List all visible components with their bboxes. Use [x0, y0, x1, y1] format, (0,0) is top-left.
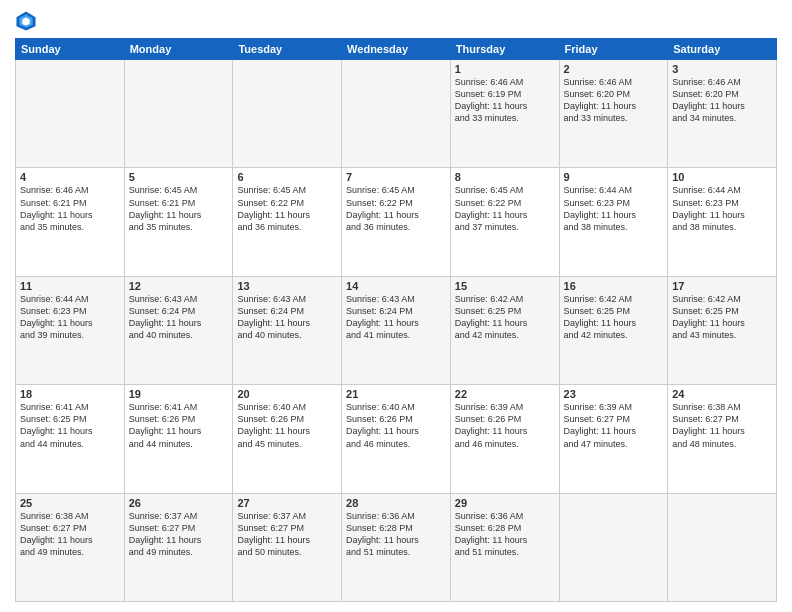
- calendar-cell: 4Sunrise: 6:46 AM Sunset: 6:21 PM Daylig…: [16, 168, 125, 276]
- calendar-cell: 8Sunrise: 6:45 AM Sunset: 6:22 PM Daylig…: [450, 168, 559, 276]
- day-number: 19: [129, 388, 229, 400]
- day-info: Sunrise: 6:37 AM Sunset: 6:27 PM Dayligh…: [237, 510, 337, 559]
- calendar-cell: 15Sunrise: 6:42 AM Sunset: 6:25 PM Dayli…: [450, 276, 559, 384]
- calendar-cell: 25Sunrise: 6:38 AM Sunset: 6:27 PM Dayli…: [16, 493, 125, 601]
- day-info: Sunrise: 6:39 AM Sunset: 6:27 PM Dayligh…: [564, 401, 664, 450]
- calendar-cell: [233, 60, 342, 168]
- day-info: Sunrise: 6:42 AM Sunset: 6:25 PM Dayligh…: [672, 293, 772, 342]
- day-number: 13: [237, 280, 337, 292]
- calendar-table: SundayMondayTuesdayWednesdayThursdayFrid…: [15, 38, 777, 602]
- day-number: 23: [564, 388, 664, 400]
- calendar-cell: [16, 60, 125, 168]
- day-info: Sunrise: 6:40 AM Sunset: 6:26 PM Dayligh…: [346, 401, 446, 450]
- calendar-cell: 20Sunrise: 6:40 AM Sunset: 6:26 PM Dayli…: [233, 385, 342, 493]
- calendar-header-row: SundayMondayTuesdayWednesdayThursdayFrid…: [16, 39, 777, 60]
- day-number: 5: [129, 171, 229, 183]
- day-info: Sunrise: 6:37 AM Sunset: 6:27 PM Dayligh…: [129, 510, 229, 559]
- day-info: Sunrise: 6:45 AM Sunset: 6:22 PM Dayligh…: [237, 184, 337, 233]
- day-info: Sunrise: 6:45 AM Sunset: 6:22 PM Dayligh…: [346, 184, 446, 233]
- calendar-cell: 16Sunrise: 6:42 AM Sunset: 6:25 PM Dayli…: [559, 276, 668, 384]
- calendar-cell: 18Sunrise: 6:41 AM Sunset: 6:25 PM Dayli…: [16, 385, 125, 493]
- day-number: 16: [564, 280, 664, 292]
- calendar-cell: 9Sunrise: 6:44 AM Sunset: 6:23 PM Daylig…: [559, 168, 668, 276]
- calendar-cell: [124, 60, 233, 168]
- calendar-cell: 7Sunrise: 6:45 AM Sunset: 6:22 PM Daylig…: [342, 168, 451, 276]
- calendar-cell: 6Sunrise: 6:45 AM Sunset: 6:22 PM Daylig…: [233, 168, 342, 276]
- calendar-cell: 11Sunrise: 6:44 AM Sunset: 6:23 PM Dayli…: [16, 276, 125, 384]
- calendar-cell: 10Sunrise: 6:44 AM Sunset: 6:23 PM Dayli…: [668, 168, 777, 276]
- calendar-cell: 14Sunrise: 6:43 AM Sunset: 6:24 PM Dayli…: [342, 276, 451, 384]
- day-info: Sunrise: 6:38 AM Sunset: 6:27 PM Dayligh…: [20, 510, 120, 559]
- day-number: 2: [564, 63, 664, 75]
- day-number: 10: [672, 171, 772, 183]
- calendar-cell: 26Sunrise: 6:37 AM Sunset: 6:27 PM Dayli…: [124, 493, 233, 601]
- calendar-cell: 21Sunrise: 6:40 AM Sunset: 6:26 PM Dayli…: [342, 385, 451, 493]
- day-info: Sunrise: 6:44 AM Sunset: 6:23 PM Dayligh…: [672, 184, 772, 233]
- calendar-week-5: 25Sunrise: 6:38 AM Sunset: 6:27 PM Dayli…: [16, 493, 777, 601]
- day-info: Sunrise: 6:42 AM Sunset: 6:25 PM Dayligh…: [564, 293, 664, 342]
- day-number: 14: [346, 280, 446, 292]
- day-number: 18: [20, 388, 120, 400]
- day-info: Sunrise: 6:46 AM Sunset: 6:19 PM Dayligh…: [455, 76, 555, 125]
- day-number: 7: [346, 171, 446, 183]
- day-info: Sunrise: 6:45 AM Sunset: 6:22 PM Dayligh…: [455, 184, 555, 233]
- calendar-cell: 19Sunrise: 6:41 AM Sunset: 6:26 PM Dayli…: [124, 385, 233, 493]
- day-info: Sunrise: 6:44 AM Sunset: 6:23 PM Dayligh…: [564, 184, 664, 233]
- day-number: 17: [672, 280, 772, 292]
- calendar-cell: 23Sunrise: 6:39 AM Sunset: 6:27 PM Dayli…: [559, 385, 668, 493]
- calendar-cell: 29Sunrise: 6:36 AM Sunset: 6:28 PM Dayli…: [450, 493, 559, 601]
- calendar-week-1: 1Sunrise: 6:46 AM Sunset: 6:19 PM Daylig…: [16, 60, 777, 168]
- day-number: 8: [455, 171, 555, 183]
- day-number: 22: [455, 388, 555, 400]
- day-info: Sunrise: 6:43 AM Sunset: 6:24 PM Dayligh…: [346, 293, 446, 342]
- day-info: Sunrise: 6:38 AM Sunset: 6:27 PM Dayligh…: [672, 401, 772, 450]
- day-info: Sunrise: 6:46 AM Sunset: 6:20 PM Dayligh…: [672, 76, 772, 125]
- calendar-cell: 17Sunrise: 6:42 AM Sunset: 6:25 PM Dayli…: [668, 276, 777, 384]
- calendar-week-3: 11Sunrise: 6:44 AM Sunset: 6:23 PM Dayli…: [16, 276, 777, 384]
- calendar-header-thursday: Thursday: [450, 39, 559, 60]
- calendar-cell: 13Sunrise: 6:43 AM Sunset: 6:24 PM Dayli…: [233, 276, 342, 384]
- day-number: 29: [455, 497, 555, 509]
- day-number: 25: [20, 497, 120, 509]
- page: SundayMondayTuesdayWednesdayThursdayFrid…: [0, 0, 792, 612]
- calendar-cell: [559, 493, 668, 601]
- calendar-cell: 24Sunrise: 6:38 AM Sunset: 6:27 PM Dayli…: [668, 385, 777, 493]
- calendar-header-monday: Monday: [124, 39, 233, 60]
- calendar-cell: 27Sunrise: 6:37 AM Sunset: 6:27 PM Dayli…: [233, 493, 342, 601]
- day-info: Sunrise: 6:46 AM Sunset: 6:20 PM Dayligh…: [564, 76, 664, 125]
- calendar-header-tuesday: Tuesday: [233, 39, 342, 60]
- calendar-cell: 1Sunrise: 6:46 AM Sunset: 6:19 PM Daylig…: [450, 60, 559, 168]
- calendar-cell: 28Sunrise: 6:36 AM Sunset: 6:28 PM Dayli…: [342, 493, 451, 601]
- day-number: 15: [455, 280, 555, 292]
- logo: [15, 14, 39, 32]
- day-info: Sunrise: 6:41 AM Sunset: 6:25 PM Dayligh…: [20, 401, 120, 450]
- day-number: 28: [346, 497, 446, 509]
- day-number: 1: [455, 63, 555, 75]
- day-info: Sunrise: 6:43 AM Sunset: 6:24 PM Dayligh…: [129, 293, 229, 342]
- logo-icon: [15, 10, 37, 32]
- calendar-cell: 3Sunrise: 6:46 AM Sunset: 6:20 PM Daylig…: [668, 60, 777, 168]
- day-number: 27: [237, 497, 337, 509]
- header: [15, 10, 777, 32]
- calendar-header-friday: Friday: [559, 39, 668, 60]
- day-number: 20: [237, 388, 337, 400]
- day-number: 9: [564, 171, 664, 183]
- calendar-cell: 5Sunrise: 6:45 AM Sunset: 6:21 PM Daylig…: [124, 168, 233, 276]
- calendar-cell: 22Sunrise: 6:39 AM Sunset: 6:26 PM Dayli…: [450, 385, 559, 493]
- day-info: Sunrise: 6:36 AM Sunset: 6:28 PM Dayligh…: [346, 510, 446, 559]
- calendar-week-4: 18Sunrise: 6:41 AM Sunset: 6:25 PM Dayli…: [16, 385, 777, 493]
- day-info: Sunrise: 6:42 AM Sunset: 6:25 PM Dayligh…: [455, 293, 555, 342]
- day-info: Sunrise: 6:43 AM Sunset: 6:24 PM Dayligh…: [237, 293, 337, 342]
- day-number: 4: [20, 171, 120, 183]
- day-number: 11: [20, 280, 120, 292]
- day-info: Sunrise: 6:45 AM Sunset: 6:21 PM Dayligh…: [129, 184, 229, 233]
- calendar-cell: [342, 60, 451, 168]
- day-info: Sunrise: 6:44 AM Sunset: 6:23 PM Dayligh…: [20, 293, 120, 342]
- calendar-header-sunday: Sunday: [16, 39, 125, 60]
- day-number: 24: [672, 388, 772, 400]
- calendar-week-2: 4Sunrise: 6:46 AM Sunset: 6:21 PM Daylig…: [16, 168, 777, 276]
- day-number: 6: [237, 171, 337, 183]
- day-info: Sunrise: 6:36 AM Sunset: 6:28 PM Dayligh…: [455, 510, 555, 559]
- calendar-cell: [668, 493, 777, 601]
- calendar-cell: 2Sunrise: 6:46 AM Sunset: 6:20 PM Daylig…: [559, 60, 668, 168]
